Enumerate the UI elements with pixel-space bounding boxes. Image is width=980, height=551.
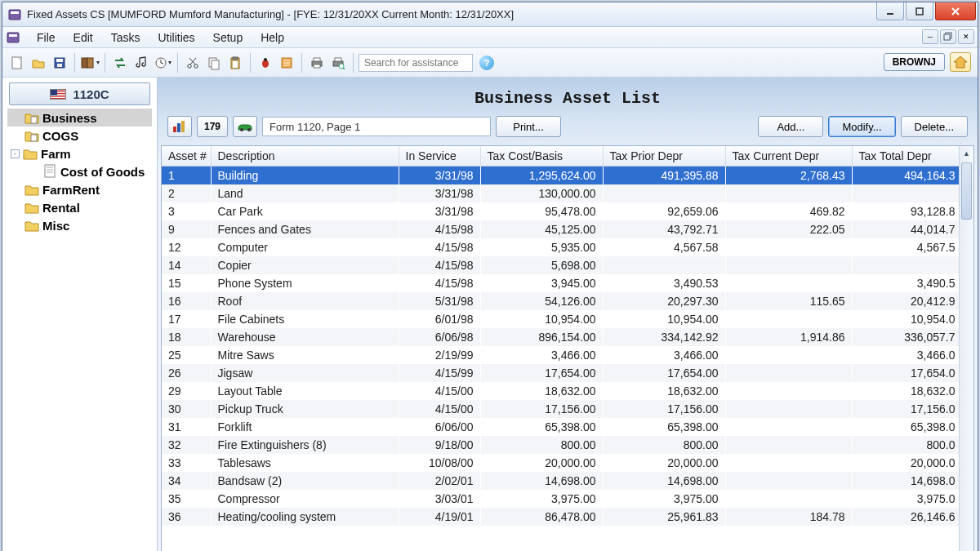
cell-description: Jigsaw xyxy=(211,364,399,382)
vertical-scrollbar[interactable]: ▲ ▼ xyxy=(959,146,973,551)
menu-utilities[interactable]: Utilities xyxy=(149,28,203,47)
col-in-service[interactable]: In Service xyxy=(399,146,480,167)
home-icon[interactable] xyxy=(950,52,971,72)
print-preview-icon[interactable] xyxy=(328,53,348,73)
cell-in-service: 3/31/98 xyxy=(399,167,480,185)
table-row[interactable]: 31Forklift6/06/0065,398.0065,398.0065,39… xyxy=(162,418,959,436)
menu-setup[interactable]: Setup xyxy=(205,28,252,47)
add-button[interactable]: Add... xyxy=(758,116,823,137)
delete-button[interactable]: Delete... xyxy=(901,116,968,137)
table-row[interactable]: 2Land3/31/98130,000.00 xyxy=(162,184,959,202)
menu-help[interactable]: Help xyxy=(252,28,292,47)
form-field[interactable]: Form 1120, Page 1 xyxy=(262,117,491,136)
cell-tax-cost: 20,000.00 xyxy=(480,454,603,472)
svg-rect-6 xyxy=(7,33,19,42)
col-tax-cost[interactable]: Tax Cost/Basis xyxy=(480,146,603,167)
bug-icon[interactable] xyxy=(256,53,275,73)
cut-icon[interactable] xyxy=(183,53,203,73)
save-icon[interactable] xyxy=(50,53,69,73)
sidebar-header[interactable]: 1120C xyxy=(9,82,150,105)
cell-in-service: 4/15/00 xyxy=(399,400,480,418)
swap-icon[interactable] xyxy=(110,53,130,73)
cell-asset-num: 35 xyxy=(162,490,211,508)
mdi-system-icon[interactable] xyxy=(6,30,20,45)
table-row[interactable]: 36Heating/cooling system4/19/0186,478.00… xyxy=(162,508,959,526)
cell-current-depr xyxy=(725,454,852,472)
copy-icon[interactable] xyxy=(204,53,224,73)
cell-in-service: 6/06/98 xyxy=(399,328,480,346)
print-icon[interactable] xyxy=(307,53,327,73)
table-row[interactable]: 1Building3/31/981,295,624.00491,395.882,… xyxy=(162,167,959,185)
col-current-depr[interactable]: Tax Current Depr xyxy=(725,146,852,167)
minimize-button[interactable] xyxy=(876,2,904,20)
modify-button[interactable]: Modify... xyxy=(828,116,895,137)
mdi-minimize-button[interactable]: ─ xyxy=(922,29,938,44)
svg-rect-43 xyxy=(31,117,37,123)
cell-in-service: 4/19/01 xyxy=(399,508,480,526)
table-row[interactable]: 18Warehouse6/06/98896,154.00334,142.921,… xyxy=(162,328,959,346)
sidebar-item-cost-of-goods[interactable]: Cost of Goods xyxy=(7,162,152,180)
table-row[interactable]: 12Computer4/15/985,935.004,567.584,567.5 xyxy=(162,238,959,256)
user-button[interactable]: BROWNJ xyxy=(884,53,945,71)
table-row[interactable]: 25Mitre Saws2/19/993,466.003,466.003,466… xyxy=(162,346,959,364)
table-row[interactable]: 30Pickup Truck4/15/0017,156.0017,156.001… xyxy=(162,400,959,418)
search-input[interactable] xyxy=(359,54,473,72)
cell-asset-num: 1 xyxy=(162,167,211,185)
table-row[interactable]: 26Jigsaw4/15/9917,654.0017,654.0017,654.… xyxy=(162,364,959,382)
scroll-up-icon[interactable]: ▲ xyxy=(960,146,973,161)
table-row[interactable]: 9Fences and Gates4/15/9845,125.0043,792.… xyxy=(162,220,959,238)
col-asset-num[interactable]: Asset # xyxy=(162,146,211,167)
music-icon[interactable] xyxy=(131,53,151,73)
table-row[interactable]: 3Car Park3/31/9895,478.0092,659.06469.82… xyxy=(162,202,959,220)
maximize-button[interactable] xyxy=(906,2,933,20)
tree-expander-icon[interactable]: - xyxy=(11,149,20,158)
mdi-close-button[interactable]: ✕ xyxy=(958,29,974,44)
open-icon[interactable] xyxy=(29,53,48,73)
svg-rect-3 xyxy=(916,8,923,15)
cell-tax-cost: 3,466.00 xyxy=(480,346,603,364)
cell-in-service: 4/15/98 xyxy=(399,274,480,292)
sidebar-item-rental[interactable]: Rental xyxy=(7,198,152,216)
table-row[interactable]: 17File Cabinets6/01/9810,954.0010,954.00… xyxy=(162,310,959,328)
cell-current-depr: 2,768.43 xyxy=(725,167,852,185)
menu-tasks[interactable]: Tasks xyxy=(103,28,149,47)
table-row[interactable]: 29Layout Table4/15/0018,632.0018,632.001… xyxy=(162,382,959,400)
document-icon xyxy=(45,165,56,178)
book-icon[interactable]: ▾ xyxy=(80,53,100,73)
help-icon[interactable]: ? xyxy=(479,56,494,70)
sidebar-item-farm[interactable]: -Farm xyxy=(7,144,152,162)
table-row[interactable]: 33Tablesaws10/08/0020,000.0020,000.0020,… xyxy=(162,454,959,472)
cell-tax-cost: 14,698.00 xyxy=(480,472,603,490)
vehicle-icon[interactable] xyxy=(233,116,257,137)
table-row[interactable]: 16Roof5/31/9854,126.0020,297.30115.6520,… xyxy=(162,292,959,310)
chart-icon[interactable] xyxy=(167,116,192,137)
svg-rect-39 xyxy=(335,58,341,61)
table-row[interactable]: 15Phone System4/15/983,945.003,490.533,4… xyxy=(162,274,959,292)
sidebar-item-misc[interactable]: Misc xyxy=(7,216,152,234)
col-total-depr[interactable]: Tax Total Depr xyxy=(852,146,959,167)
new-icon[interactable] xyxy=(7,53,27,73)
note-icon[interactable] xyxy=(277,53,296,73)
col-description[interactable]: Description xyxy=(211,146,399,167)
sidebar-item-cogs[interactable]: COGS xyxy=(7,127,152,144)
clock-icon[interactable]: ▾ xyxy=(153,53,172,73)
cell-asset-num: 15 xyxy=(162,274,211,292)
col-prior-depr[interactable]: Tax Prior Depr xyxy=(603,146,725,167)
sidebar-item-business[interactable]: Business xyxy=(7,109,152,127)
print-button[interactable]: Print... xyxy=(496,116,561,137)
menu-file[interactable]: File xyxy=(29,28,64,47)
svg-rect-7 xyxy=(9,34,17,37)
scroll-thumb[interactable] xyxy=(961,162,972,220)
table-row[interactable]: 32Fire Extinguishers (8)9/18/00800.00800… xyxy=(162,436,959,454)
menu-edit[interactable]: Edit xyxy=(65,28,101,47)
cell-asset-num: 26 xyxy=(162,364,211,382)
table-row[interactable]: 14Copier4/15/985,698.00 xyxy=(162,256,959,274)
paste-icon[interactable] xyxy=(225,53,245,73)
mdi-restore-button[interactable] xyxy=(940,29,956,44)
table-row[interactable]: 35Compressor3/03/013,975.003,975.003,975… xyxy=(162,490,959,508)
asset-count[interactable]: 179 xyxy=(197,116,228,137)
cell-current-depr: 469.82 xyxy=(725,202,852,220)
close-button[interactable] xyxy=(935,2,976,20)
table-row[interactable]: 34Bandsaw (2)2/02/0114,698.0014,698.0014… xyxy=(162,472,959,490)
sidebar-item-farmrent[interactable]: FarmRent xyxy=(7,180,152,198)
